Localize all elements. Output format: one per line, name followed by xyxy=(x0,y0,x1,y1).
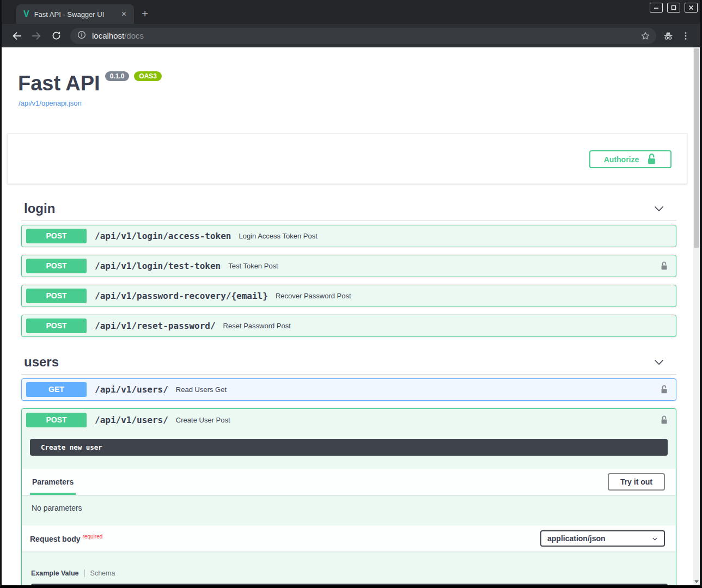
method-badge: POST xyxy=(26,289,87,303)
tab-example-value[interactable]: Example Value xyxy=(31,569,79,577)
unlock-icon xyxy=(646,153,657,166)
scroll-down-button[interactable] xyxy=(694,580,699,583)
endpoint-summary: Reset Password Post xyxy=(223,322,291,330)
page-viewport: Fast API0.1.0OAS3 /api/v1/openapi.json A… xyxy=(2,47,700,585)
back-button[interactable] xyxy=(9,28,25,44)
fastapi-favicon-icon: V xyxy=(23,9,29,19)
endpoint-path: /api/v1/users/ xyxy=(95,384,168,395)
reload-button[interactable] xyxy=(48,28,64,44)
scrollbar-thumb[interactable] xyxy=(694,48,699,248)
tag-rows: GET /api/v1/users/ Read Users Get POST /… xyxy=(21,375,676,585)
method-badge: POST xyxy=(26,318,87,333)
auth-lock-icon[interactable] xyxy=(659,260,669,272)
method-badge: GET xyxy=(26,382,87,397)
endpoint-row[interactable]: POST /api/v1/login/test-token Test Token… xyxy=(21,255,676,277)
tab-divider xyxy=(84,569,85,577)
expanded-operation: POST /api/v1/users/ Create User Post Cre… xyxy=(21,408,676,585)
try-it-out-button[interactable]: Try it out xyxy=(608,473,665,491)
endpoint-path: /api/v1/users/ xyxy=(95,415,168,425)
endpoint-summary: Test Token Post xyxy=(228,262,278,270)
authorize-button[interactable]: Authorize xyxy=(589,150,672,168)
endpoint-row[interactable]: POST /api/v1/login/access-token Login Ac… xyxy=(21,225,676,247)
operations-list: login POST /api/v1/login/access-token Lo… xyxy=(21,196,676,585)
chevron-down-icon[interactable] xyxy=(652,202,666,215)
tab-title: Fast API - Swagger UI xyxy=(34,10,119,19)
tag-header-login[interactable]: login xyxy=(21,196,676,221)
scheme-container: Authorize xyxy=(7,133,687,184)
endpoint-row[interactable]: POST /api/v1/reset-password/ Reset Passw… xyxy=(21,315,676,337)
auth-lock-icon[interactable] xyxy=(659,414,669,426)
endpoint-path: /api/v1/password-recovery/{email} xyxy=(95,291,268,301)
endpoint-summary: Read Users Get xyxy=(176,385,227,394)
request-body-label: Request bodyrequired xyxy=(30,534,102,544)
chevron-down-icon[interactable] xyxy=(652,356,666,369)
tag-header-users[interactable]: users xyxy=(21,350,676,375)
new-tab-button[interactable]: + xyxy=(142,7,148,20)
tab-strip: V Fast API - Swagger UI × + xyxy=(2,0,700,24)
required-badge: required xyxy=(83,534,103,540)
close-button[interactable] xyxy=(685,3,698,13)
auth-lock-icon[interactable] xyxy=(659,383,669,396)
example-code-block: { xyxy=(31,584,668,585)
url-path: /docs xyxy=(124,31,144,40)
tag-title: login xyxy=(24,201,55,216)
parameters-label: Parameters xyxy=(30,469,76,495)
incognito-icon xyxy=(660,28,677,44)
method-badge: POST xyxy=(26,413,87,427)
endpoint-row[interactable]: POST /api/v1/users/ Create User Post xyxy=(22,409,676,431)
request-body-header: Request bodyrequired application/json xyxy=(22,525,676,552)
endpoint-path: /api/v1/login/test-token xyxy=(95,261,221,271)
site-info-icon[interactable] xyxy=(77,30,87,42)
browser-menu-icon[interactable] xyxy=(677,28,694,44)
operation-description: Create new user xyxy=(30,439,668,456)
authorize-label: Authorize xyxy=(604,155,639,164)
tag-section-login: login POST /api/v1/login/access-token Lo… xyxy=(21,196,676,350)
tag-title: users xyxy=(24,354,59,370)
model-example-area: Example Value Schema { xyxy=(22,552,676,585)
browser-window: V Fast API - Swagger UI × + localhost/do… xyxy=(0,0,702,588)
tag-section-users: users GET /api/v1/users/ Read Users Get xyxy=(21,350,676,585)
content-type-select[interactable]: application/json xyxy=(540,530,665,547)
select-chevron-icon xyxy=(651,535,658,542)
endpoint-path: /api/v1/login/access-token xyxy=(95,231,231,241)
version-badge: 0.1.0 xyxy=(105,71,130,81)
url-text: localhost/docs xyxy=(92,31,640,40)
page-title: Fast API xyxy=(18,72,100,95)
tab-close-icon[interactable]: × xyxy=(119,9,129,19)
api-info: Fast API0.1.0OAS3 /api/v1/openapi.json xyxy=(2,47,693,107)
tag-rows: POST /api/v1/login/access-token Login Ac… xyxy=(21,221,676,350)
endpoint-summary: Create User Post xyxy=(176,416,230,424)
forward-button[interactable] xyxy=(29,28,44,44)
content-type-value: application/json xyxy=(547,534,606,543)
endpoint-summary: Login Access Token Post xyxy=(239,232,317,240)
method-badge: POST xyxy=(26,259,87,273)
address-bar[interactable]: localhost/docs xyxy=(70,28,656,44)
bookmark-star-icon[interactable] xyxy=(640,30,651,41)
model-tabs: Example Value Schema xyxy=(31,569,668,577)
page-scrollbar[interactable] xyxy=(693,47,700,585)
swagger-page: Fast API0.1.0OAS3 /api/v1/openapi.json A… xyxy=(2,47,693,585)
url-host: localhost xyxy=(92,31,124,40)
endpoint-row[interactable]: POST /api/v1/password-recovery/{email} R… xyxy=(21,285,676,307)
endpoint-summary: Recover Password Post xyxy=(276,292,351,300)
openapi-spec-link[interactable]: /api/v1/openapi.json xyxy=(19,99,693,107)
endpoint-path: /api/v1/reset-password/ xyxy=(95,321,216,331)
no-parameters-text: No parameters xyxy=(22,495,676,525)
tab-schema[interactable]: Schema xyxy=(90,569,115,577)
maximize-button[interactable] xyxy=(667,3,680,13)
browser-tab[interactable]: V Fast API - Swagger UI × xyxy=(16,4,134,24)
oas3-badge: OAS3 xyxy=(134,71,162,81)
parameters-header: Parameters Try it out xyxy=(22,469,676,495)
browser-toolbar: localhost/docs xyxy=(2,24,700,47)
window-controls xyxy=(650,3,698,13)
endpoint-row[interactable]: GET /api/v1/users/ Read Users Get xyxy=(21,378,676,401)
minimize-button[interactable] xyxy=(650,3,663,13)
method-badge: POST xyxy=(26,229,87,243)
